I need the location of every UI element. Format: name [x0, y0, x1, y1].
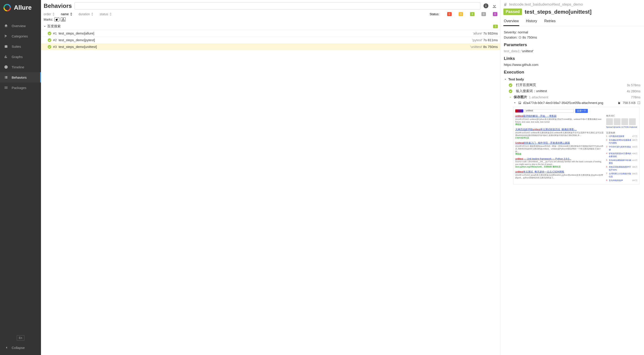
status-passed-count[interactable]: 3: [470, 12, 474, 16]
collapse-button[interactable]: Collapse: [0, 343, 41, 352]
tab-retries[interactable]: Retries: [544, 17, 556, 26]
sort-icon: [110, 13, 112, 16]
briefcase-icon: [4, 44, 8, 49]
test-name: test_steps_demo[unittest]: [59, 45, 470, 49]
passed-dot-icon: [509, 89, 512, 93]
mark-flaky[interactable]: [54, 18, 59, 22]
status-skipped-count[interactable]: 0: [482, 12, 486, 16]
test-duration: 7s 811ms: [483, 38, 498, 42]
mark-new-failed[interactable]: [61, 18, 66, 22]
test-number: #3: [53, 45, 57, 49]
test-tree: 百度搜索 3 #1 test_steps_demo[allure] 'allur…: [41, 23, 500, 355]
marks-bar: Marks:: [41, 17, 500, 23]
sidebar-item-packages[interactable]: Packages: [0, 83, 41, 93]
save-icon[interactable]: [618, 101, 621, 104]
sidebar-item-graphs[interactable]: Graphs: [0, 52, 41, 62]
svg-rect-9: [63, 20, 63, 21]
clock-icon: [4, 65, 8, 69]
nav-label: Categories: [12, 34, 28, 38]
download-icon[interactable]: [492, 3, 497, 9]
chevron-left-icon: [4, 345, 8, 350]
app-name: Allure: [14, 4, 32, 11]
warning-icon: [62, 18, 65, 21]
group-name: 百度搜索: [47, 24, 493, 29]
sidebar-item-categories[interactable]: Categories: [0, 31, 41, 41]
nav-label: Packages: [12, 86, 26, 90]
status-badge: Passed: [504, 9, 522, 15]
step-row[interactable]: 打开百度网页 3s 578ms: [504, 82, 640, 88]
test-tag: 'allure': [473, 31, 482, 35]
chevron-down-icon: [513, 101, 516, 104]
test-name: test_steps_demo[pytest]: [59, 38, 472, 42]
sorter-bar: order name duration status Status: 0 0 3…: [41, 11, 500, 17]
svg-rect-6: [486, 5, 486, 5]
bomb-icon: [55, 18, 58, 21]
sidebar-item-behaviors[interactable]: Behaviors: [0, 72, 41, 83]
nav-label: Overview: [12, 24, 26, 28]
test-number: #1: [53, 31, 57, 35]
attachment-preview[interactable]: unittest 百度一下 unittest最详细的解说 - 开始、- 博客园2…: [513, 107, 640, 184]
nav-label: Behaviors: [12, 76, 27, 79]
sort-duration[interactable]: duration: [78, 12, 94, 16]
language-toggle[interactable]: En: [17, 335, 24, 341]
links-heading: Links: [504, 56, 640, 61]
search-input[interactable]: [74, 2, 480, 10]
test-body-toggle[interactable]: Test body: [504, 76, 640, 82]
status-failed-count[interactable]: 0: [447, 12, 452, 16]
severity: Severity: normal: [504, 30, 640, 34]
detail-title: test_steps_demo[unittest]: [525, 9, 592, 15]
tab-history[interactable]: History: [526, 17, 538, 26]
detail-tabs: Overview History Retries: [500, 17, 644, 26]
shot-search-button: 百度一下: [575, 109, 588, 113]
group-row[interactable]: 百度搜索 3: [41, 23, 500, 30]
test-row[interactable]: #3 test_steps_demo[unittest] 'unittest' …: [41, 44, 500, 50]
clock-icon: [518, 36, 522, 39]
step-row[interactable]: 保存图片 1 attachment 778ms: [504, 94, 640, 100]
copy-icon[interactable]: [504, 3, 508, 7]
passed-dot-icon: [509, 83, 512, 87]
fullscreen-icon[interactable]: [637, 101, 640, 104]
test-row[interactable]: #1 test_steps_demo[allure] 'allure' 7s 9…: [41, 30, 500, 37]
sort-status[interactable]: status: [100, 12, 112, 16]
home-icon: [4, 24, 8, 28]
behaviors-pane: Behaviors order name duration status Sta…: [41, 0, 500, 355]
logo[interactable]: Allure: [0, 0, 41, 15]
nav-label: Graphs: [12, 55, 22, 59]
chevron-down-icon: [504, 78, 507, 81]
baidu-logo-icon: [515, 109, 523, 113]
info-icon[interactable]: [483, 3, 489, 9]
tab-overview[interactable]: Overview: [504, 17, 519, 26]
passed-dot-icon: [48, 32, 51, 35]
sidebar-item-timeline[interactable]: Timeline: [0, 62, 41, 72]
group-count: 3: [493, 25, 498, 28]
link-item[interactable]: https://www.github.com: [504, 63, 640, 67]
sidebar-item-suites[interactable]: Suites: [0, 41, 41, 52]
nav-label: Timeline: [12, 65, 24, 69]
parameter-row: test_data1: 'unittest': [504, 49, 640, 53]
shot-search-input: unittest: [525, 109, 574, 113]
attachment-row[interactable]: d2a477cb-b0c7-4ec0-b9a7-3542f1ce05fa-att…: [504, 100, 640, 106]
test-tag: 'unittest': [470, 45, 482, 49]
detail-pane: testcode.test_baidudemo#test_steps_demo …: [500, 0, 644, 355]
image-icon: [518, 101, 521, 104]
chart-icon: [4, 55, 8, 59]
status-unknown-count[interactable]: 0: [493, 12, 497, 16]
svg-point-7: [56, 19, 58, 21]
parameters-heading: Parameters: [504, 42, 640, 47]
sort-order[interactable]: order: [44, 12, 55, 16]
collapse-label: Collapse: [12, 346, 25, 350]
test-tag: 'pytest': [472, 38, 482, 42]
svg-point-12: [519, 102, 520, 103]
test-name: test_steps_demo[allure]: [59, 31, 473, 35]
test-row[interactable]: #2 test_steps_demo[pytest] 'pytest' 7s 8…: [41, 37, 500, 44]
marks-label: Marks:: [44, 18, 53, 21]
page-title: Behaviors: [44, 3, 72, 10]
status-broken-count[interactable]: 0: [458, 12, 463, 16]
status-label: Status:: [430, 12, 439, 16]
sidebar-item-overview[interactable]: Overview: [0, 21, 41, 31]
passed-dot-icon: [48, 45, 51, 49]
chevron-down-icon: [43, 25, 46, 28]
svg-rect-5: [486, 6, 486, 7]
step-row[interactable]: 输入搜索词：unittest 4s 280ms: [504, 88, 640, 94]
sort-name[interactable]: name: [61, 12, 72, 16]
